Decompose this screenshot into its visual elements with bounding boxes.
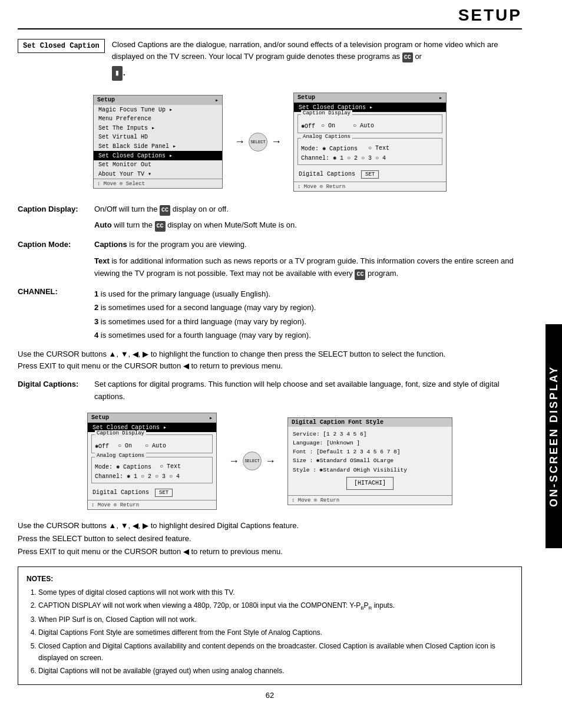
menu-item-bsp: Set Black Side Panel ▸ bbox=[94, 141, 222, 151]
caption-display-row: ✱Off ○ On ○ Auto bbox=[301, 121, 439, 131]
setup-menu-left-2: Setup▸ Set Closed Captions ▸ Caption Dis… bbox=[87, 413, 217, 510]
caption-mode-section: Caption Mode: Captions is for the progra… bbox=[18, 239, 522, 281]
digital-captions-section: Digital Captions: Set captions for digit… bbox=[18, 378, 522, 403]
cc-icon-1: CC bbox=[160, 205, 170, 216]
set-button[interactable]: SET bbox=[361, 170, 379, 179]
analog-captions-title-2: Analog Captions bbox=[95, 453, 146, 459]
notes-list: Some types of digital closed captions wi… bbox=[38, 587, 513, 677]
setup-menu-right: Setup▸ Set Closed Captions ▸ Caption Dis… bbox=[293, 93, 447, 192]
cursor-note-line-1: Use the CURSOR buttons ▲, ▼, ◀, ▶ to hig… bbox=[18, 519, 522, 532]
note-1: Some types of digital closed captions wi… bbox=[38, 587, 513, 598]
analog-captions-title: Analog Captions bbox=[301, 134, 352, 140]
auto-desc: Auto will turn the CC display on when Mu… bbox=[94, 219, 522, 232]
text-mode-desc: Text is for additional information such … bbox=[94, 255, 522, 280]
digital-caption-box: Digital Caption Font Style Service: [1 2… bbox=[287, 417, 452, 505]
note-2: CAPTION DISPLAY will not work when viewi… bbox=[38, 599, 513, 612]
caption-display-title-2: Caption Display bbox=[95, 430, 146, 436]
dc-language: Language: [Unknown ] bbox=[293, 439, 447, 447]
note-4: Digital Captions Font Style are sometime… bbox=[38, 627, 513, 638]
menu-item-cc: Set Closed Captions ▸ bbox=[94, 151, 222, 160]
cc-icon-inline: CC bbox=[402, 52, 413, 62]
note-5: Closed Caption and Digital Captions avai… bbox=[38, 640, 513, 664]
caption-display-group: Caption Display ✱Off ○ On ○ Auto bbox=[297, 114, 442, 133]
set-button-2[interactable]: SET bbox=[155, 489, 173, 497]
menu-footer-right-2: ↕ Move ⊙ Return bbox=[88, 500, 216, 509]
menu-item-pref: Menu Preference bbox=[94, 114, 222, 123]
hitachi-button[interactable]: [HITACHI] bbox=[346, 477, 394, 490]
side-label: ON-SCREEN DISPLAY bbox=[546, 324, 562, 548]
menu-item-magic: Magic Focus Tune Up ▸ bbox=[94, 105, 222, 114]
analog-captions-group: Analog Captions Mode: ✱ Captions ○ Text … bbox=[297, 138, 442, 165]
channel-3: 3 is sometimes used for a third language… bbox=[94, 315, 316, 328]
menu-title-bar-2: Setup▸ bbox=[88, 413, 216, 423]
caption-display-row-2: ✱Off ○ On ○ Auto bbox=[95, 442, 209, 451]
intro-section: Set Closed Caption Closed Captions are t… bbox=[18, 39, 522, 81]
cc-icon-2: CC bbox=[155, 221, 166, 232]
page-title: SETUP bbox=[18, 6, 522, 29]
cursor-note-line-3: Press EXIT to quit menu or the CURSOR bu… bbox=[18, 545, 522, 558]
select-button[interactable]: SELECT bbox=[249, 133, 267, 151]
channel-4: 4 is sometimes used for a fourth languag… bbox=[94, 328, 316, 342]
dc-size: Size : ✱Standard OSmall OLarge bbox=[293, 456, 447, 465]
analog-captions-group-2: Analog Captions Mode: ✱ Captions ○ Text … bbox=[91, 457, 213, 483]
dc-service: Service: [1 2 3 4 5 6] bbox=[293, 430, 447, 439]
channel-section: CHANNEL: 1 is used for the primary langu… bbox=[18, 287, 522, 342]
digital-caption-body: Service: [1 2 3 4 5 6] Language: [Unknow… bbox=[288, 427, 452, 495]
cursor-note-2: Use the CURSOR buttons ▲, ▼, ◀, ▶ to hig… bbox=[18, 519, 522, 558]
cursor-note: Use the CURSOR buttons ▲, ▼, ◀, ▶ to hig… bbox=[18, 348, 522, 373]
channel-1: 1 is used for the primary language (usua… bbox=[94, 287, 316, 301]
cursor-note-line-2: Press the SELECT button to select desire… bbox=[18, 532, 522, 545]
dc-font: Font : [Default 1 2 3 4 5 6 7 8] bbox=[293, 447, 447, 456]
bottom-menus-row: Setup▸ Set Closed Captions ▸ Caption Dis… bbox=[18, 413, 522, 510]
channel-items: 1 is used for the primary language (usua… bbox=[94, 287, 316, 342]
menu-item-about: About Your TV ▾ bbox=[94, 169, 222, 179]
caption-display-title: Caption Display bbox=[301, 110, 352, 116]
caption-display-section: Caption Display: On/Off will turn the CC… bbox=[18, 203, 522, 232]
page-number: 62 bbox=[18, 691, 522, 700]
arrow-select-2: → SELECT → bbox=[229, 452, 276, 470]
arrow-select: → SELECT → bbox=[234, 133, 282, 151]
menu-title-bar-right: Setup▸ bbox=[294, 93, 446, 103]
menu-footer-right: ↕ Move ⊙ Return bbox=[294, 182, 446, 191]
analog-channel-row: Channel: ✱ 1 ○ 2 ○ 3 ○ 4 bbox=[301, 153, 439, 163]
cc-icon-large: ▮ bbox=[112, 66, 123, 81]
digital-captions-row-2: Digital Captions SET bbox=[88, 486, 216, 500]
menu-title-bar: Setup▸ bbox=[94, 95, 222, 105]
notes-box: NOTES: Some types of digital closed capt… bbox=[18, 566, 522, 685]
menu-item-inputs: Set The Inputs ▸ bbox=[94, 123, 222, 133]
setup-menu-left: Setup▸ Magic Focus Tune Up ▸ Menu Prefer… bbox=[93, 95, 223, 189]
digital-caption-title: Digital Caption Font Style bbox=[288, 418, 452, 427]
dc-style: Style : ✱Standard OHigh Visibility bbox=[293, 466, 447, 475]
caption-display-desc: Caption Display: On/Off will turn the CC… bbox=[18, 203, 522, 216]
digital-caption-footer: ↕ Move ⊙ Return bbox=[288, 495, 452, 505]
analog-mode-row: Mode: ✱ Captions ○ Text bbox=[301, 144, 439, 153]
top-menus-row: Setup▸ Magic Focus Tune Up ▸ Menu Prefer… bbox=[18, 93, 522, 192]
intro-text: Closed Captions are the dialogue, narrat… bbox=[112, 39, 522, 81]
digital-captions-row: Digital Captions SET bbox=[294, 167, 446, 182]
cc-icon-3: CC bbox=[355, 269, 365, 280]
menu-footer-left: ↕ Move ⊙ Select bbox=[94, 179, 222, 188]
analog-channel-row-2: Channel: ✱ 1 ○ 2 ○ 3 ○ 4 bbox=[95, 472, 209, 481]
caption-display-group-2: Caption Display ✱Off ○ On ○ Auto bbox=[91, 434, 213, 453]
caption-mode-desc: Caption Mode: Captions is for the progra… bbox=[18, 239, 522, 251]
cc-label-box: Set Closed Caption bbox=[18, 39, 105, 53]
note-3: When PIP Surf is on, Closed Caption will… bbox=[38, 614, 513, 625]
menu-item-mon: Set Monitor Out bbox=[94, 160, 222, 169]
channel-2: 2 is sometimes used for a second languag… bbox=[94, 301, 316, 314]
menu-item-vhd: Set Virtual HD bbox=[94, 133, 222, 141]
note-6: Digital Captions will not be available (… bbox=[38, 665, 513, 677]
analog-mode-row-2: Mode: ✱ Captions ○ Text bbox=[95, 462, 209, 472]
select-button-2[interactable]: SELECT bbox=[243, 452, 262, 470]
